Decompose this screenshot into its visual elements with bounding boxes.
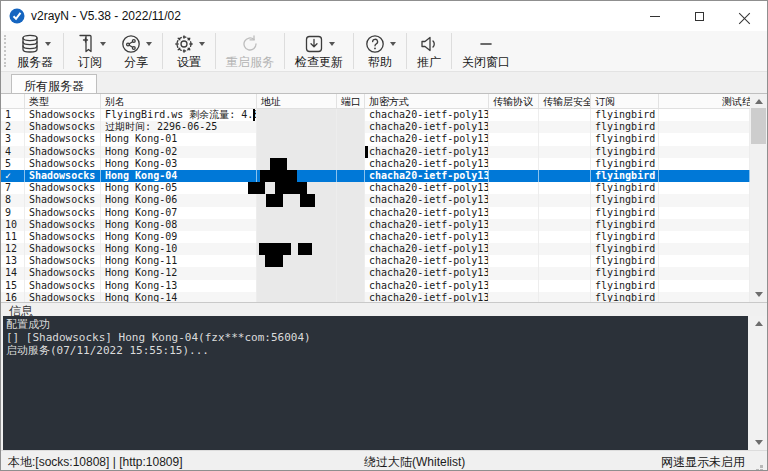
cell-index: 14 [1, 267, 25, 279]
server-row[interactable]: 10ShadowsocksHong Kong-08chacha20-ietf-p… [1, 219, 750, 231]
scroll-thumb[interactable] [751, 108, 766, 144]
tab-all-servers[interactable]: 所有服务器 [11, 74, 97, 93]
redaction-block [248, 182, 265, 194]
server-row[interactable]: 3ShadowsocksHong Kong-01chacha20-ietf-po… [1, 133, 750, 145]
server-row[interactable]: 11ShadowsocksHong Kong-09chacha20-ietf-p… [1, 231, 750, 243]
toolbar-separator [284, 33, 285, 69]
toolbar-button-close-window[interactable]: 关闭窗口 [455, 32, 517, 71]
netspeed-status[interactable]: 网速显示未启用 [661, 454, 745, 471]
cell-port [337, 280, 365, 292]
cell-test-result [659, 280, 750, 292]
column-header-subscription[interactable]: 订阅 [591, 94, 659, 108]
column-header-alias[interactable]: 别名 [101, 94, 257, 108]
column-header-transport[interactable]: 传输协议 [489, 94, 539, 108]
console-scrollbar[interactable] [750, 316, 767, 450]
server-row-selected[interactable]: ✓ShadowsocksHong Kong-04chacha20-ietf-po… [1, 170, 750, 182]
cell-subscription: flyingbird [591, 280, 659, 292]
close-window-icon [475, 33, 497, 55]
cell-transport [489, 170, 539, 182]
column-header-address[interactable]: 地址 [257, 94, 337, 108]
server-row[interactable]: 2Shadowsocks过期时间: 2296-06-25chacha20-iet… [1, 121, 750, 133]
cell-tls [539, 280, 591, 292]
chevron-down-icon[interactable] [390, 42, 396, 46]
cell-tls [539, 121, 591, 133]
cell-address [257, 255, 337, 267]
column-header-port[interactable]: 端口 [337, 94, 365, 108]
cell-tls [539, 158, 591, 170]
server-row[interactable]: 14ShadowsocksHong Kong-12chacha20-ietf-p… [1, 267, 750, 279]
toolbar-button-share[interactable]: 分享 [113, 32, 159, 71]
scroll-down-icon[interactable] [750, 287, 767, 302]
toolbar-button-subscription[interactable]: 订阅 [67, 32, 113, 71]
column-header-index[interactable] [1, 94, 25, 108]
app-logo-icon [9, 8, 25, 24]
toolbar-button-label: 关闭窗口 [462, 55, 510, 69]
server-row[interactable]: 15ShadowsocksHong Kong-13chacha20-ietf-p… [1, 280, 750, 292]
server-row[interactable]: 9ShadowsocksHong Kong-07chacha20-ietf-po… [1, 207, 750, 219]
cell-alias: Hong Kong-08 [101, 219, 257, 231]
scroll-up-icon[interactable] [750, 94, 767, 109]
chevron-down-icon[interactable] [100, 42, 106, 46]
server-row[interactable]: 8ShadowsocksHong Kong-06chacha20-ietf-po… [1, 194, 750, 206]
cell-subscription: flyingbird [591, 121, 659, 133]
cell-address [257, 121, 337, 133]
toolbar-button-help[interactable]: 帮助 [357, 32, 403, 71]
cell-subscription: flyingbird [591, 219, 659, 231]
cell-subscription: flyingbird [591, 158, 659, 170]
toolbar-button-server[interactable]: 服务器 [10, 32, 60, 71]
server-row[interactable]: 16ShadowsocksHong Kong-14chacha20-ietf-p… [1, 292, 750, 302]
resize-grip-icon[interactable] [760, 465, 763, 468]
toolbar-grip [4, 35, 7, 67]
cell-test-result [659, 207, 750, 219]
cell-port [337, 170, 365, 182]
column-header-encryption[interactable]: 加密方式 [365, 94, 489, 108]
chevron-down-icon[interactable] [199, 42, 205, 46]
toolbar-button-label: 设置 [177, 55, 201, 69]
cell-port [337, 158, 365, 170]
log-console[interactable]: 配置成功[] [Shadowsocks] Hong Kong-04(fzx***… [3, 316, 748, 450]
routing-mode-status[interactable]: 绕过大陆(Whitelist) [364, 454, 465, 471]
chevron-down-icon[interactable] [45, 42, 51, 46]
maximize-button[interactable] [677, 1, 722, 31]
cell-address [257, 207, 337, 219]
toolbar-button-label: 分享 [124, 55, 148, 69]
titlebar: v2rayN - V5.38 - 2022/11/02 [1, 1, 767, 31]
close-button[interactable] [722, 1, 767, 31]
console-scroll-up-icon[interactable] [750, 316, 767, 331]
cell-index: 2 [1, 121, 25, 133]
cell-port [337, 219, 365, 231]
server-row[interactable]: 1ShadowsocksFlyingBird.ws 剩余流量: 4.88TBch… [1, 109, 750, 121]
toolbar-button-check-update[interactable]: 检查更新 [288, 32, 350, 71]
redaction-block [253, 109, 255, 121]
cell-encryption: chacha20-ietf-poly1305 [365, 158, 489, 170]
toolbar-button-promotion[interactable]: 推广 [410, 32, 448, 71]
subscription-icon [74, 33, 96, 55]
column-header-type[interactable]: 类型 [25, 94, 101, 108]
redaction-block [260, 170, 297, 182]
cell-port [337, 121, 365, 133]
cell-alias: Hong Kong-01 [101, 133, 257, 145]
cell-alias: Hong Kong-09 [101, 231, 257, 243]
server-row[interactable]: 12ShadowsocksHong Kong-10chacha20-ietf-p… [1, 243, 750, 255]
minimize-button[interactable] [632, 1, 677, 31]
cell-type: Shadowsocks [25, 182, 101, 194]
minimize-icon [650, 16, 660, 17]
cell-tls [539, 133, 591, 145]
cell-transport [489, 280, 539, 292]
table-scrollbar[interactable] [750, 94, 767, 302]
cell-alias: Hong Kong-12 [101, 267, 257, 279]
server-row[interactable]: 5ShadowsocksHong Kong-03chacha20-ietf-po… [1, 158, 750, 170]
server-row[interactable]: 7ShadowsocksHong Kong-05chacha20-ietf-po… [1, 182, 750, 194]
chevron-down-icon[interactable] [329, 42, 335, 46]
cell-transport [489, 231, 539, 243]
toolbar-button-restart[interactable]: 重启服务 [219, 32, 281, 71]
column-header-tls[interactable]: 传输层安全 [539, 94, 591, 108]
server-row[interactable]: 13ShadowsocksHong Kong-11chacha20-ietf-p… [1, 255, 750, 267]
server-row[interactable]: 4ShadowsocksHong Kong-02chacha20-ietf-po… [1, 146, 750, 158]
toolbar-button-settings[interactable]: 设置 [166, 32, 212, 71]
cell-test-result [659, 292, 750, 302]
chevron-down-icon[interactable] [146, 42, 152, 46]
redaction-block [275, 182, 307, 194]
console-scroll-down-icon[interactable] [750, 435, 767, 450]
cell-alias: Hong Kong-07 [101, 207, 257, 219]
